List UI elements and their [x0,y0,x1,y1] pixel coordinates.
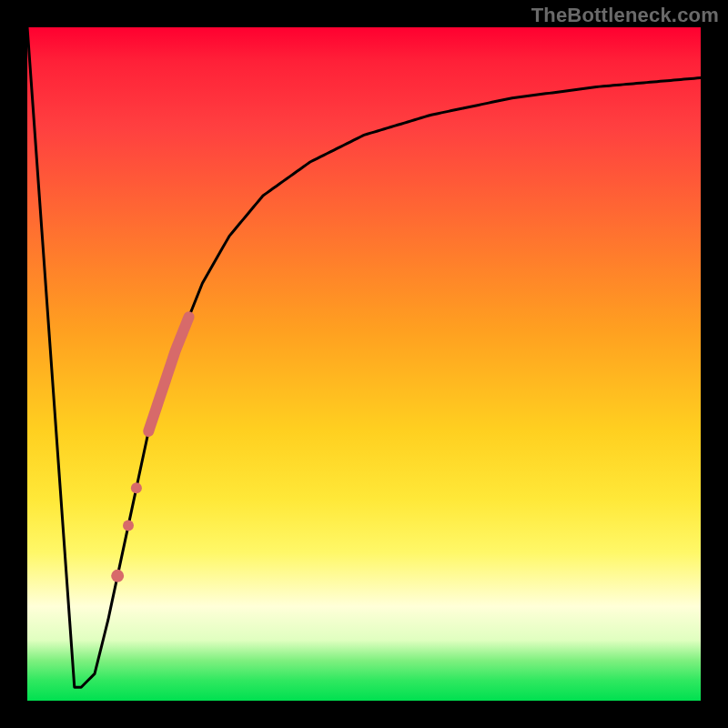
highlight-thick-segment [148,317,188,431]
curve-layer [27,27,701,701]
bottleneck-curve [27,27,701,687]
watermark-text: TheBottleneck.com [531,4,719,27]
plot-area [27,27,701,701]
highlight-markers [111,317,188,582]
highlight-dot [111,570,124,582]
highlight-dot [131,482,142,493]
chart-frame: TheBottleneck.com [0,0,728,728]
highlight-dot [123,521,134,531]
